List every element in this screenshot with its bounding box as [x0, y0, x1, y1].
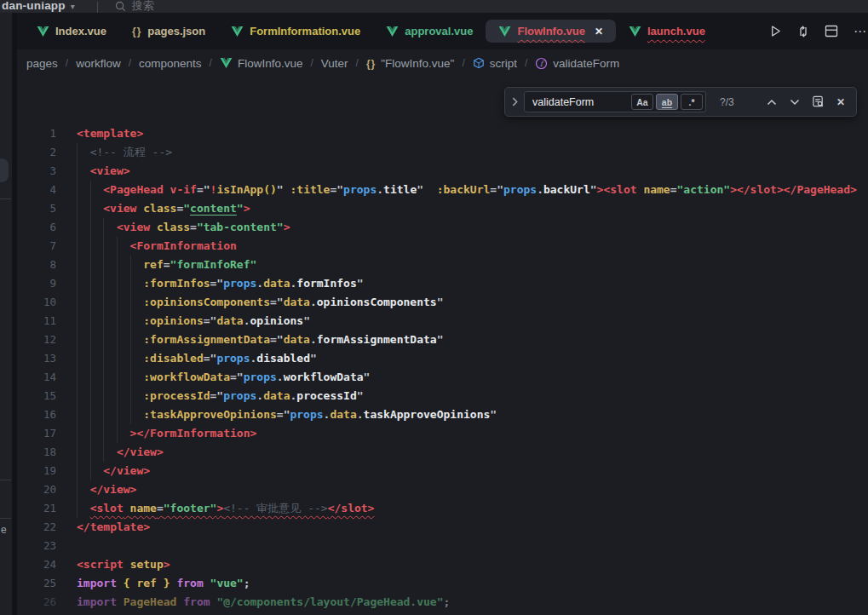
- line-number: 1: [17, 124, 56, 143]
- code-line-13[interactable]: 13:disabled="props.disabled": [17, 349, 868, 368]
- line-number: 7: [17, 237, 56, 256]
- tab-launch-vue[interactable]: launch.vue: [616, 20, 718, 43]
- tab-label: pages.json: [147, 25, 205, 37]
- regex-button[interactable]: .*: [681, 94, 703, 110]
- code-line-7[interactable]: 7<FormInformation: [17, 237, 868, 256]
- code-text: ></FormInformation>: [130, 424, 257, 443]
- breadcrumb-separator: /: [462, 57, 464, 69]
- breadcrumb-item-pages[interactable]: pages: [26, 57, 58, 70]
- vue-file-icon: [498, 26, 511, 37]
- indent-guides: [77, 443, 117, 462]
- code-line-16[interactable]: 16:taskApproveOpinions="props.data.taskA…: [17, 405, 868, 424]
- code-line-25[interactable]: 25import { ref } from "vue";: [17, 574, 868, 593]
- code-editor[interactable]: 1<template>2<!-- 流程 -->3<view>4<PageHead…: [17, 124, 868, 612]
- code-text: <view class="tab-content">: [117, 218, 290, 237]
- sidebar-clipped-text: e: [1, 524, 7, 536]
- braces-icon: {}: [366, 57, 376, 70]
- line-number: 8: [17, 256, 56, 274]
- line-number: 23: [17, 537, 56, 555]
- next-match-button[interactable]: [787, 95, 802, 110]
- code-text: <view>: [90, 162, 130, 181]
- breadcrumb-item-vuter[interactable]: Vuter: [321, 57, 348, 70]
- code-line-9[interactable]: 9:formInfos="props.data.formInfos": [17, 274, 868, 293]
- run-button[interactable]: [767, 22, 784, 41]
- code-line-19[interactable]: 19</view>: [17, 462, 868, 480]
- breadcrumb-item-validateform[interactable]: fvalidateForm: [535, 57, 619, 70]
- code-line-5[interactable]: 5<view class="content">: [17, 199, 868, 218]
- code-text: <script setup>: [77, 555, 170, 574]
- breadcrumb-item-flowinfo-vue[interactable]: FlowInfo.vue: [220, 57, 303, 70]
- code-text: :formInfos="props.data.formInfos": [143, 274, 363, 293]
- line-number: 15: [17, 387, 56, 405]
- code-line-24[interactable]: 24<script setup>: [17, 555, 868, 574]
- breadcrumb-item-workflow[interactable]: workflow: [76, 57, 121, 70]
- previous-match-button[interactable]: [764, 95, 779, 110]
- code-line-15[interactable]: 15:processId="props.data.processId": [17, 387, 868, 405]
- global-search[interactable]: 搜索: [115, 0, 154, 13]
- code-line-22[interactable]: 22</template>: [17, 518, 868, 537]
- vue-icon: [220, 57, 233, 69]
- line-number: 19: [17, 462, 56, 480]
- breadcrumb-item-components[interactable]: components: [139, 57, 202, 70]
- close-find-icon[interactable]: ✕: [833, 95, 848, 110]
- tab-pages-json[interactable]: {}pages.json: [119, 20, 218, 43]
- tab-flowinfo-vue[interactable]: FlowInfo.vue✕: [486, 20, 616, 43]
- breadcrumb-label: validateForm: [553, 57, 619, 70]
- find-widget: Aaab.* ?/3 ✕: [504, 87, 857, 117]
- indent-guides: [77, 424, 130, 443]
- code-line-14[interactable]: 14:workflowData="props.workflowData": [17, 368, 868, 387]
- find-in-selection-button[interactable]: [810, 95, 825, 110]
- code-line-21[interactable]: 21<slot name="footer"><!-- 审批意见 --></slo…: [17, 499, 868, 518]
- code-line-2[interactable]: 2<!-- 流程 -->: [17, 143, 868, 162]
- search-label: 搜索: [132, 0, 154, 13]
- breadcrumb-label: FlowInfo.vue: [238, 57, 303, 70]
- code-text: <PageHead v-if="!isInApp()" :title="prop…: [103, 181, 857, 199]
- open-changes-button[interactable]: [795, 22, 812, 41]
- code-line-11[interactable]: 11:opinions="data.opinions": [17, 312, 868, 330]
- whole-word-button[interactable]: ab: [656, 94, 678, 110]
- code-line-20[interactable]: 20</view>: [17, 480, 868, 499]
- title-bar: dan-uniapp ▾ 搜索: [0, 0, 868, 13]
- breadcrumb-item--flowinfo-vue-[interactable]: {}"FlowInfo.vue": [366, 57, 454, 70]
- code-line-26[interactable]: 26import PageHead from "@/components/lay…: [17, 593, 868, 612]
- vue-file-icon: [386, 26, 399, 37]
- split-editor-button[interactable]: [823, 22, 840, 41]
- toggle-replace-button[interactable]: [505, 97, 524, 106]
- tab-index-vue[interactable]: Index.vue: [24, 20, 119, 43]
- breadcrumb-item-script[interactable]: script: [473, 57, 517, 70]
- match-case-button[interactable]: Aa: [631, 94, 653, 110]
- code-line-17[interactable]: 17></FormInformation>: [17, 424, 868, 443]
- indent-guides: [77, 162, 90, 181]
- tab-label: FormInformation.vue: [250, 25, 360, 37]
- more-button[interactable]: ⋯: [851, 22, 868, 41]
- indent-guides: [77, 499, 90, 518]
- tab-approval-vue[interactable]: approval.vue: [373, 20, 486, 43]
- code-line-12[interactable]: 12:formAssignmentData="data.formAssignme…: [17, 330, 868, 349]
- editor-actions: ⋯: [767, 22, 868, 41]
- indent-guides: [77, 405, 143, 424]
- code-text: :disabled="props.disabled": [143, 349, 317, 368]
- code-text: <FormInformation: [130, 237, 237, 256]
- code-line-10[interactable]: 10:opinionsComponents="data.opinionsComp…: [17, 293, 868, 312]
- find-input[interactable]: [525, 96, 614, 108]
- indent-guides: [77, 387, 143, 405]
- code-line-3[interactable]: 3<view>: [17, 162, 868, 181]
- indent-guides: [77, 349, 143, 368]
- indent-guides: [77, 237, 130, 256]
- breadcrumb: pages/workflow/components/FlowInfo.vue/V…: [17, 49, 868, 77]
- code-line-23[interactable]: 23: [17, 537, 868, 555]
- code-line-4[interactable]: 4<PageHead v-if="!isInApp()" :title="pro…: [17, 181, 868, 199]
- tab-forminformation-vue[interactable]: FormInformation.vue: [218, 20, 373, 43]
- code-line-1[interactable]: 1<template>: [17, 124, 868, 143]
- code-line-6[interactable]: 6<view class="tab-content">: [17, 218, 868, 237]
- project-name[interactable]: dan-uniapp: [2, 0, 66, 12]
- code-text: <template>: [77, 124, 143, 143]
- line-number: 14: [17, 368, 56, 387]
- indent-guides: [77, 312, 143, 330]
- close-tab-icon[interactable]: ✕: [595, 26, 603, 37]
- collapsed-sidebar[interactable]: e: [0, 13, 12, 615]
- code-line-18[interactable]: 18</view>: [17, 443, 868, 462]
- tab-label: launch.vue: [647, 25, 705, 37]
- code-line-8[interactable]: 8ref="formInfoRef": [17, 256, 868, 274]
- line-number: 25: [17, 574, 56, 593]
